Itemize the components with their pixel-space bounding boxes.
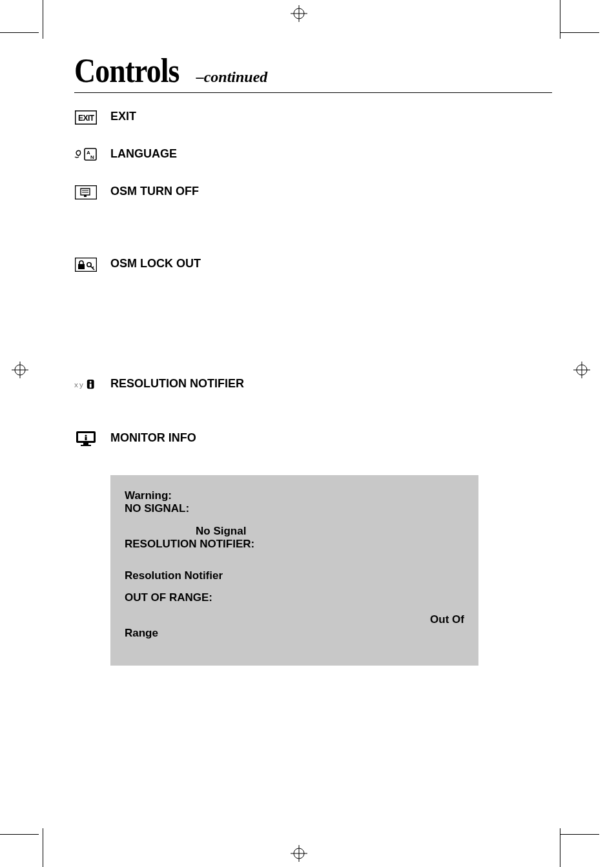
label-osm-lock-out: OSM LOCK OUT bbox=[110, 257, 201, 270]
resolution-notifier-label: RESOLUTION NOTIFIER: bbox=[125, 538, 464, 551]
crop-mark bbox=[560, 0, 560, 39]
svg-rect-18 bbox=[81, 189, 90, 195]
registration-mark-icon bbox=[12, 362, 28, 378]
item-resolution-notifier: x y RESOLUTION NOTIFIER bbox=[74, 377, 552, 393]
label-resolution-notifier: RESOLUTION NOTIFIER bbox=[110, 377, 244, 391]
crop-mark bbox=[43, 0, 43, 39]
svg-rect-35 bbox=[85, 437, 87, 440]
range-text: Range bbox=[125, 627, 464, 640]
item-language: A N LANGUAGE bbox=[74, 147, 552, 163]
svg-text:EXIT: EXIT bbox=[78, 114, 95, 123]
label-language: LANGUAGE bbox=[110, 147, 177, 161]
crop-mark bbox=[560, 834, 599, 835]
page: Controls –continued EXIT EXIT bbox=[0, 0, 616, 867]
svg-line-26 bbox=[92, 267, 94, 268]
resolution-notifier-text: Resolution Notifier bbox=[125, 569, 464, 582]
osm-turn-off-icon bbox=[74, 185, 98, 200]
svg-text:x: x bbox=[74, 381, 78, 389]
monitor-info-icon bbox=[74, 431, 98, 447]
osm-lock-out-icon bbox=[74, 257, 98, 272]
resolution-notifier-icon: x y bbox=[74, 377, 98, 393]
item-exit: EXIT EXIT bbox=[74, 110, 552, 125]
svg-rect-23 bbox=[78, 264, 85, 269]
crop-mark bbox=[43, 828, 43, 867]
svg-text:N: N bbox=[90, 154, 94, 160]
svg-rect-31 bbox=[90, 383, 92, 387]
no-signal-text: No Signal bbox=[125, 525, 464, 538]
crop-mark bbox=[560, 32, 599, 33]
registration-mark-icon bbox=[573, 362, 590, 378]
item-monitor-info: MONITOR INFO bbox=[74, 431, 552, 447]
registration-mark-icon bbox=[291, 845, 307, 862]
crop-mark bbox=[0, 834, 39, 835]
svg-rect-21 bbox=[84, 195, 87, 197]
svg-point-34 bbox=[85, 434, 87, 436]
label-osm-turn-off: OSM TURN OFF bbox=[110, 185, 199, 198]
item-osm-turn-off: OSM TURN OFF bbox=[74, 185, 552, 200]
svg-rect-36 bbox=[83, 443, 88, 445]
svg-text:y: y bbox=[79, 381, 83, 389]
crop-mark bbox=[0, 32, 39, 33]
svg-point-30 bbox=[90, 381, 92, 383]
title-sub: –continued bbox=[196, 68, 268, 86]
label-monitor-info: MONITOR INFO bbox=[110, 431, 196, 445]
no-signal-label: NO SIGNAL: bbox=[125, 502, 464, 515]
title-main: Controls bbox=[74, 52, 179, 90]
label-exit: EXIT bbox=[110, 110, 136, 123]
language-icon: A N bbox=[74, 147, 98, 163]
page-title: Controls –continued bbox=[74, 52, 552, 93]
out-of-range-label: OUT OF RANGE: bbox=[125, 591, 464, 604]
item-osm-lock-out: OSM LOCK OUT bbox=[74, 257, 552, 272]
exit-icon: EXIT bbox=[74, 110, 98, 125]
content-area: Controls –continued EXIT EXIT bbox=[74, 52, 552, 666]
osm-warning-box: Warning: NO SIGNAL: No Signal RESOLUTION… bbox=[110, 475, 478, 666]
registration-mark-icon bbox=[291, 5, 307, 22]
out-of-text: Out Of bbox=[430, 613, 464, 626]
svg-rect-37 bbox=[81, 445, 91, 446]
warning-heading: Warning: bbox=[125, 489, 464, 502]
